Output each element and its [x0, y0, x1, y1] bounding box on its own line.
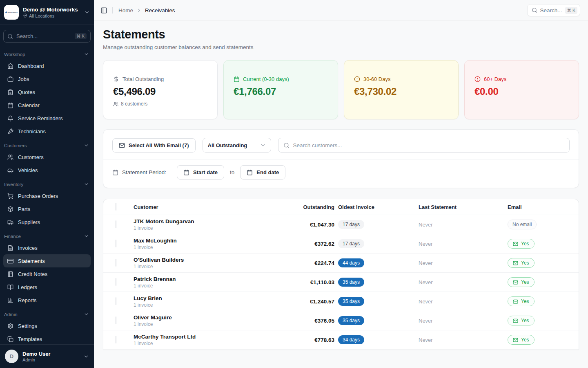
customer-name[interactable]: Oliver Maguire: [134, 314, 292, 321]
row-checkbox[interactable]: [116, 220, 116, 228]
nav-section-finance[interactable]: Finance: [3, 229, 91, 241]
sidebar-toggle-button[interactable]: [100, 7, 107, 14]
outstanding-filter-select[interactable]: All Outstanding: [203, 138, 271, 153]
page-content: Statements Manage outstanding customer b…: [94, 21, 588, 368]
customer-name[interactable]: JTK Motors Dungarvan: [134, 218, 292, 224]
outstanding-amount: €224.74: [292, 260, 334, 266]
mail-icon: [513, 241, 518, 247]
customer-cell: Oliver Maguire1 invoice: [134, 314, 292, 327]
customer-name[interactable]: Lucy Brien: [134, 295, 292, 301]
sidebar-item-label: Purchase Orders: [18, 193, 58, 199]
sidebar-item-reports[interactable]: Reports: [3, 294, 91, 307]
sidebar-item-customers[interactable]: Customers: [3, 150, 91, 164]
no-email-badge: No email: [508, 220, 537, 229]
row-checkbox[interactable]: [116, 316, 116, 324]
chevron-down-icon: [84, 182, 89, 187]
summary-card-label-text: Total Outstanding: [122, 76, 164, 82]
oldest-invoice-badge: 17 days: [338, 239, 364, 248]
outstanding-amount: €1,110.03: [292, 279, 334, 285]
table-row: McCarthy Transport Ltd1 invoice€778.6334…: [103, 330, 579, 350]
row-checkbox[interactable]: [116, 336, 116, 343]
org-switcher[interactable]: motorworks Demo @ Motorworks All Locatio…: [0, 0, 94, 25]
email-badge-text: Yes: [521, 298, 529, 304]
customer-name[interactable]: McCarthy Transport Ltd: [134, 334, 292, 340]
select-all-with-email-button[interactable]: Select All With Email (7): [112, 138, 196, 153]
email-badge-text: Yes: [521, 337, 529, 343]
customer-search-input[interactable]: Search customers...: [278, 138, 570, 153]
oldest-invoice-badge: 44 days: [338, 258, 364, 267]
sidebar-item-credit-notes[interactable]: Credit Notes: [3, 267, 91, 280]
customer-name[interactable]: Patrick Brennan: [134, 276, 292, 282]
sidebar-item-calendar[interactable]: Calendar: [3, 99, 91, 112]
sidebar-item-suppliers[interactable]: Suppliers: [3, 215, 91, 229]
sidebar-item-invoices[interactable]: Invoices: [3, 241, 91, 254]
sidebar-item-settings[interactable]: Settings: [3, 319, 91, 332]
customer-cell: JTK Motors Dungarvan1 invoice: [134, 218, 292, 231]
sidebar-item-templates[interactable]: Templates: [3, 332, 91, 344]
org-location: All Locations: [29, 13, 54, 18]
search-icon: [532, 7, 537, 13]
nav-section-inventory[interactable]: Inventory: [3, 177, 91, 189]
sidebar-item-quotes[interactable]: Quotes: [3, 85, 91, 99]
table-row: O'Sullivan Builders1 invoice€224.7444 da…: [103, 254, 579, 273]
sidebar-item-purchase-orders[interactable]: Purchase Orders: [3, 189, 91, 202]
customer-cell: Patrick Brennan1 invoice: [134, 276, 292, 289]
summary-card-label-text: 30-60 Days: [363, 76, 390, 82]
chevron-down-icon: [84, 143, 89, 148]
column-oldest-invoice: Oldest Invoice: [334, 204, 419, 210]
sidebar-item-vehicles[interactable]: Vehicles: [3, 164, 91, 177]
row-checkbox[interactable]: [116, 278, 116, 286]
book-open-icon: [7, 284, 13, 290]
sidebar-item-parts[interactable]: Parts: [3, 202, 91, 215]
select-all-checkbox[interactable]: [116, 203, 116, 211]
summary-cards: Total Outstanding€5,496.098 customersCur…: [103, 60, 579, 119]
mail-icon: [119, 142, 125, 148]
org-name: Demo @ Motorworks: [23, 7, 80, 13]
summary-card-value: €1,766.07: [234, 86, 328, 97]
bar-chart-icon: [7, 297, 13, 303]
search-icon: [7, 34, 13, 39]
alert-circle-icon: [354, 76, 360, 82]
sidebar-search-input[interactable]: Search... ⌘ K: [3, 30, 91, 43]
app-window: motorworks Demo @ Motorworks All Locatio…: [0, 0, 588, 368]
topbar: Home Receivables Search... ⌘ K: [94, 0, 588, 21]
sidebar-item-technicians[interactable]: Technicians: [3, 125, 91, 138]
sidebar-item-jobs[interactable]: Jobs: [3, 72, 91, 85]
nav-section-label-text: Inventory: [4, 182, 23, 187]
mail-icon: [513, 337, 518, 343]
invoice-count: 1 invoice: [134, 245, 292, 250]
sidebar-item-dashboard[interactable]: Dashboard: [3, 59, 91, 72]
oldest-invoice-badge: 35 days: [338, 316, 364, 325]
briefcase-icon: [7, 76, 13, 82]
mail-icon: [513, 318, 518, 323]
nav-section-admin[interactable]: Admin: [3, 307, 91, 319]
nav-section-workshop[interactable]: Workshop: [3, 47, 91, 59]
breadcrumb-home[interactable]: Home: [118, 7, 133, 13]
sidebar-item-statements[interactable]: Statements: [3, 254, 91, 267]
nav-section-label-text: Admin: [4, 312, 18, 317]
sidebar-item-service-reminders[interactable]: Service Reminders: [3, 112, 91, 125]
table-header: Customer Outstanding Oldest Invoice Last…: [103, 199, 579, 215]
row-checkbox[interactable]: [116, 259, 116, 267]
email-yes-badge: Yes: [508, 316, 535, 325]
customer-name[interactable]: O'Sullivan Builders: [134, 257, 292, 263]
nav-section-customers[interactable]: Customers: [3, 138, 91, 150]
summary-card-red: 60+ Days€0.00: [464, 60, 579, 119]
summary-card-label: 60+ Days: [474, 76, 569, 82]
end-date-button[interactable]: End date: [240, 165, 285, 180]
start-date-button[interactable]: Start date: [177, 165, 224, 180]
table-body: JTK Motors Dungarvan1 invoice€1,047.3017…: [103, 215, 579, 350]
summary-card-label: 30-60 Days: [354, 76, 448, 82]
row-checkbox[interactable]: [116, 240, 116, 247]
user-menu[interactable]: D Demo User Admin: [0, 344, 94, 368]
table-row: Lucy Brien1 invoice€1,240.5735 daysNever…: [103, 292, 579, 311]
customer-name[interactable]: Max McLoughlin: [134, 238, 292, 244]
sidebar-item-ledgers[interactable]: Ledgers: [3, 280, 91, 294]
row-checkbox[interactable]: [116, 297, 116, 305]
email-yes-badge: Yes: [508, 335, 535, 345]
calendar-icon: [7, 102, 13, 108]
email-yes-badge: Yes: [508, 277, 535, 287]
summary-card-neutral: Total Outstanding€5,496.098 customers: [103, 60, 218, 119]
global-search-button[interactable]: Search... ⌘ K: [527, 4, 580, 16]
package-icon: [7, 206, 13, 212]
